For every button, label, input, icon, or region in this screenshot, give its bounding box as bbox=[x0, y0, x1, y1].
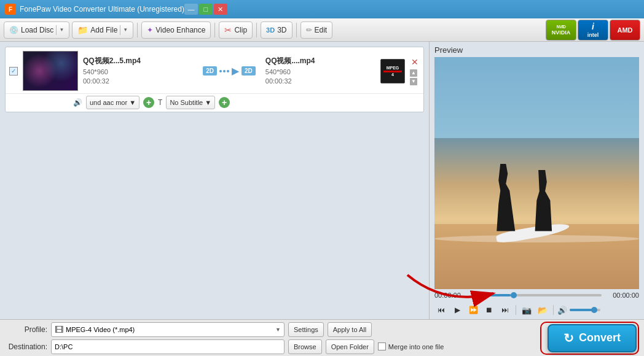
file-output-info: QQ视频....mp4 540*960 00:00:32 bbox=[265, 56, 375, 87]
destination-path: D:\PC bbox=[51, 339, 285, 354]
volume-slider[interactable] bbox=[570, 309, 600, 311]
video-enhance-button[interactable]: ✦ Video Enhance bbox=[141, 21, 211, 39]
window-controls: — □ ✕ bbox=[184, 4, 227, 15]
format-badge: MPEG 4 bbox=[380, 59, 405, 83]
audio-dropdown-arrow: ▼ bbox=[129, 99, 136, 106]
volume-icon: 🔊 bbox=[557, 306, 567, 315]
title-bar: F FonePaw Video Converter Ultimate (Unre… bbox=[0, 0, 644, 18]
time-total: 00:00:00 bbox=[605, 292, 639, 299]
convert-wrapper: ↻ Convert bbox=[543, 324, 637, 352]
output-meta: 540*960 00:00:32 bbox=[265, 68, 375, 87]
screenshot-button[interactable]: 📷 bbox=[520, 303, 533, 317]
toolbar: 💿 Load Disc ▼ 📁 Add File ▼ ✦ Video Enhan… bbox=[0, 18, 644, 42]
scroll-down-button[interactable]: ▼ bbox=[410, 78, 417, 85]
scissors-icon: ✂ bbox=[224, 25, 232, 35]
play-button[interactable]: ▶ bbox=[450, 303, 464, 317]
file-item: QQ视频2...5.mp4 540*960 00:00:32 2D ▶ 2D bbox=[5, 47, 424, 112]
output-filename: QQ视频....mp4 bbox=[265, 56, 375, 66]
open-media-folder-button[interactable]: 📂 bbox=[536, 303, 549, 317]
load-disc-button[interactable]: 💿 Load Disc ▼ bbox=[4, 21, 69, 39]
subtitle-dropdown-arrow: ▼ bbox=[205, 99, 211, 106]
bottom-left-area: Profile: 🎞 MPEG-4 Video (*.mp4) ▼ Settin… bbox=[7, 322, 538, 354]
enhance-icon: ✦ bbox=[147, 26, 153, 34]
nvidia-button[interactable]: NVID NVIDIA bbox=[546, 20, 576, 41]
fast-forward-button[interactable]: ⏩ bbox=[466, 303, 480, 317]
progress-track[interactable] bbox=[472, 294, 602, 296]
time-current: 00:00:00 bbox=[434, 292, 468, 299]
apply-to-all-button[interactable]: Apply to All bbox=[328, 322, 372, 337]
input-2d-badge: 2D bbox=[203, 66, 217, 75]
add-subtitle-button[interactable]: + bbox=[219, 97, 230, 108]
skip-forward-button[interactable]: ⏭ bbox=[498, 303, 512, 317]
empty-drop-area bbox=[5, 115, 424, 176]
intel-button[interactable]: i intel bbox=[578, 20, 608, 41]
maximize-button[interactable]: □ bbox=[199, 4, 213, 15]
profile-select[interactable]: 🎞 MPEG-4 Video (*.mp4) ▼ bbox=[51, 322, 285, 337]
scroll-up-button[interactable]: ▲ bbox=[410, 69, 417, 77]
profile-row: Profile: 🎞 MPEG-4 Video (*.mp4) ▼ Settin… bbox=[7, 322, 538, 337]
add-audio-button[interactable]: + bbox=[143, 97, 154, 108]
convert-button[interactable]: ↻ Convert bbox=[548, 324, 637, 352]
toolbar-separator-2 bbox=[214, 23, 215, 37]
close-button[interactable]: ✕ bbox=[214, 4, 227, 15]
bottom-bar: Profile: 🎞 MPEG-4 Video (*.mp4) ▼ Settin… bbox=[0, 319, 644, 356]
gpu-buttons: NVID NVIDIA i intel AMD bbox=[546, 20, 640, 41]
remove-file-button[interactable]: ✕ bbox=[410, 57, 420, 67]
file-list-area: QQ视频2...5.mp4 540*960 00:00:32 2D ▶ 2D bbox=[0, 42, 429, 319]
timeline-bar: 00:00:00 00:00:00 bbox=[430, 289, 644, 301]
add-file-arrow[interactable]: ▼ bbox=[120, 25, 128, 35]
preview-panel: Preview 00:00:00 00:00:00 ⏮ ▶ ⏩ bbox=[429, 42, 644, 319]
edit-button[interactable]: ✏ Edit bbox=[300, 21, 333, 39]
playback-controls: ⏮ ▶ ⏩ ⏹ ⏭ 📷 📂 🔊 bbox=[430, 301, 644, 319]
load-disc-arrow[interactable]: ▼ bbox=[56, 25, 64, 35]
preview-video bbox=[434, 57, 639, 289]
profile-dropdown-arrow: ▼ bbox=[275, 327, 281, 333]
profile-label: Profile: bbox=[7, 325, 47, 334]
right-arrow-icon: ▶ bbox=[232, 65, 239, 77]
toolbar-separator-4 bbox=[296, 23, 297, 37]
3d-button[interactable]: 3D 3D bbox=[261, 21, 292, 39]
stop-button[interactable]: ⏹ bbox=[482, 303, 496, 317]
skip-back-button[interactable]: ⏮ bbox=[434, 303, 448, 317]
progress-thumb[interactable] bbox=[511, 292, 517, 298]
minimize-button[interactable]: — bbox=[184, 4, 198, 15]
file-checkbox[interactable] bbox=[9, 67, 18, 75]
open-folder-button[interactable]: Open Folder bbox=[326, 339, 374, 354]
output-2d-badge: 2D bbox=[242, 66, 256, 75]
conversion-arrow: 2D ▶ 2D bbox=[198, 65, 261, 77]
destination-row: Destination: D:\PC Browse Open Folder Me… bbox=[7, 339, 538, 354]
file-item-bottom: 🔊 und aac mor ▼ + T No Subtitle ▼ + bbox=[6, 93, 423, 112]
add-file-icon: 📁 bbox=[77, 25, 88, 35]
audio-icon: 🔊 bbox=[73, 98, 82, 107]
3d-icon: 3D bbox=[266, 26, 275, 34]
input-meta: 540*960 00:00:32 bbox=[83, 68, 193, 87]
app-title: FonePaw Video Converter Ultimate (Unregi… bbox=[20, 5, 184, 14]
volume-thumb[interactable] bbox=[591, 307, 597, 313]
file-input-info: QQ视频2...5.mp4 540*960 00:00:32 bbox=[83, 56, 193, 87]
destination-label: Destination: bbox=[7, 342, 47, 351]
file-thumbnail bbox=[23, 51, 78, 91]
convert-refresh-icon: ↻ bbox=[564, 331, 574, 346]
subtitle-button[interactable]: No Subtitle ▼ bbox=[166, 96, 215, 109]
edit-icon: ✏ bbox=[306, 26, 312, 34]
clip-button[interactable]: ✂ Clip bbox=[219, 21, 253, 39]
amd-button[interactable]: AMD bbox=[610, 20, 640, 41]
subtitle-text-icon: T bbox=[158, 98, 162, 107]
file-item-top: QQ视频2...5.mp4 540*960 00:00:32 2D ▶ 2D bbox=[6, 47, 423, 93]
add-file-button[interactable]: 📁 Add File ▼ bbox=[72, 21, 133, 39]
merge-label: Merge into one file bbox=[388, 343, 444, 350]
merge-checkbox[interactable] bbox=[378, 342, 386, 350]
main-area: QQ视频2...5.mp4 540*960 00:00:32 2D ▶ 2D bbox=[0, 42, 644, 319]
scroll-buttons: ▲ ▼ bbox=[410, 69, 417, 85]
preview-label: Preview bbox=[430, 42, 644, 57]
disc-icon: 💿 bbox=[9, 26, 18, 34]
browse-button[interactable]: Browse bbox=[288, 339, 322, 354]
merge-checkbox-area[interactable]: Merge into one file bbox=[378, 342, 444, 350]
toolbar-separator-3 bbox=[256, 23, 257, 37]
settings-button[interactable]: Settings bbox=[288, 322, 324, 337]
toolbar-separator-1 bbox=[137, 23, 138, 37]
input-filename: QQ视频2...5.mp4 bbox=[83, 56, 193, 66]
intel-logo: i bbox=[592, 21, 594, 31]
app-logo: F bbox=[5, 4, 16, 15]
audio-track-button[interactable]: und aac mor ▼ bbox=[86, 96, 139, 109]
